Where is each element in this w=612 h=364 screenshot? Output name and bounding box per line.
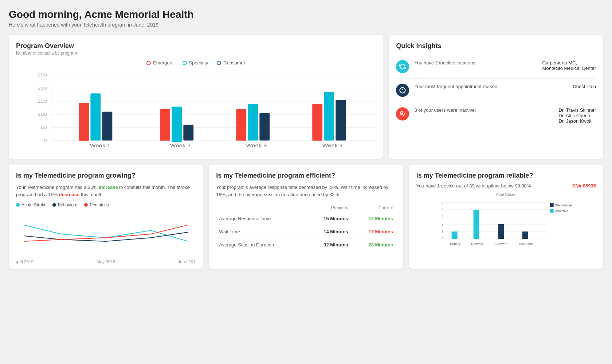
svg-rect-60 bbox=[550, 209, 553, 213]
svg-text:3: 3 bbox=[442, 215, 444, 219]
bar-chart-title: April Cases bbox=[416, 192, 596, 197]
svg-text:Use Error: Use Error bbox=[519, 242, 533, 246]
bar-chart: 250 200 150 100 50 0 Week 1 Week 2 bbox=[16, 71, 376, 151]
insight-item-appointment: Your most frequent appointment reason: C… bbox=[396, 79, 596, 102]
specialty-label: Specialty bbox=[189, 60, 208, 66]
svg-text:Week 2: Week 2 bbox=[170, 143, 191, 148]
col-current: Current bbox=[351, 204, 396, 212]
behavioral-dot bbox=[52, 203, 56, 207]
metric-label: Wait Time bbox=[216, 225, 306, 238]
metrics-table: Previous Current Average Response Time 1… bbox=[216, 204, 396, 251]
insight-locations-label: You have 2 inactive locations: bbox=[414, 60, 537, 66]
svg-rect-22 bbox=[248, 104, 258, 141]
metric-current: 12 Minutes bbox=[351, 212, 396, 225]
svg-text:Week 1: Week 1 bbox=[90, 143, 110, 148]
metric-label: Average Response Time bbox=[216, 212, 306, 225]
acute-stroke-label: Acute Stroke bbox=[21, 202, 47, 207]
table-row: Average Session Duration 32 Minutes 23 M… bbox=[216, 238, 396, 252]
emergent-dot bbox=[146, 61, 151, 65]
consumer-dot bbox=[217, 61, 221, 65]
growing-title: Is my Telemedicine program growing? bbox=[16, 172, 196, 179]
svg-text:Network: Network bbox=[471, 242, 483, 246]
svg-text:May 2019: May 2019 bbox=[97, 260, 115, 264]
refresh-icon bbox=[396, 60, 409, 73]
svg-rect-14 bbox=[90, 93, 101, 141]
svg-rect-54 bbox=[498, 224, 504, 239]
reliable-svg: 5 4 3 2 1 0 Battery Network bbox=[416, 199, 596, 250]
metric-previous: 15 Minutes bbox=[306, 212, 351, 225]
svg-text:250: 250 bbox=[38, 73, 47, 77]
consumer-label: Consumer bbox=[223, 60, 245, 66]
page-subtitle: Here's what happened with your Telehealt… bbox=[9, 22, 603, 28]
svg-rect-17 bbox=[160, 109, 170, 141]
page-title: Good morning, Acme Memorial Health bbox=[9, 9, 603, 20]
svg-rect-50 bbox=[451, 232, 457, 239]
program-overview-subtitle: Number of consults by program bbox=[16, 51, 376, 56]
svg-point-32 bbox=[401, 111, 403, 114]
line-chart: April 2019 May 2019 June 2019 bbox=[16, 210, 196, 261]
svg-rect-13 bbox=[79, 103, 89, 141]
svg-rect-18 bbox=[172, 107, 182, 142]
svg-text:2: 2 bbox=[442, 222, 444, 226]
quick-insights-card: Quick Insights You have 2 inactive locat… bbox=[389, 35, 603, 159]
svg-text:Software: Software bbox=[495, 242, 509, 246]
legend-emergent: Emergent bbox=[146, 60, 173, 66]
svg-text:Proactive: Proactive bbox=[554, 209, 568, 213]
insight-users-value: Dr. Travis SkinnerDr. Alec CherinDr. Jas… bbox=[558, 107, 596, 124]
line-chart-svg: April 2019 May 2019 June 2019 bbox=[16, 210, 196, 265]
chart-legend: Emergent Specialty Consumer bbox=[16, 60, 376, 66]
reliable-text: You have 1 device out of 39 with uptime … bbox=[416, 183, 531, 189]
pediatrics-label: Pediatrics bbox=[90, 202, 109, 207]
svg-rect-19 bbox=[183, 125, 193, 141]
svg-text:Week 4: Week 4 bbox=[322, 143, 343, 148]
growing-text: Your Telemedicine program had a 25% incr… bbox=[16, 184, 196, 198]
increase-highlight: increase bbox=[99, 185, 118, 190]
svg-rect-27 bbox=[336, 100, 346, 141]
svg-rect-25 bbox=[312, 104, 322, 141]
svg-text:June 2019: June 2019 bbox=[178, 260, 196, 264]
growing-card: Is my Telemedicine program growing? Your… bbox=[9, 165, 203, 269]
svg-rect-52 bbox=[473, 210, 479, 239]
svg-rect-23 bbox=[259, 113, 270, 141]
svg-text:0: 0 bbox=[44, 138, 47, 143]
metric-label: Average Session Duration bbox=[216, 238, 306, 252]
svg-rect-15 bbox=[102, 112, 112, 141]
emergent-label: Emergent bbox=[153, 60, 173, 66]
svg-text:50: 50 bbox=[41, 125, 47, 130]
quick-insights-title: Quick Insights bbox=[396, 42, 596, 50]
svg-text:0: 0 bbox=[442, 237, 444, 241]
svg-rect-26 bbox=[324, 92, 334, 141]
svg-text:April 2019: April 2019 bbox=[16, 260, 34, 264]
svg-rect-21 bbox=[236, 109, 246, 141]
legend-specialty: Specialty bbox=[183, 60, 208, 66]
legend-behavioral: Behavioral bbox=[52, 202, 79, 207]
alert-icon bbox=[396, 84, 409, 97]
bar-chart-svg: 250 200 150 100 50 0 Week 1 Week 2 bbox=[31, 71, 376, 151]
specialty-dot bbox=[183, 61, 187, 65]
reliable-header: You have 1 device out of 39 with uptime … bbox=[416, 183, 596, 189]
program-overview-title: Program Overview bbox=[16, 42, 376, 50]
legend-acute-stroke: Acute Stroke bbox=[16, 202, 47, 207]
pediatrics-dot bbox=[84, 203, 88, 207]
legend-pediatrics: Pediatrics bbox=[84, 202, 109, 207]
insight-users-label: 3 of your users were inactive: bbox=[414, 107, 553, 113]
efficient-title: Is my Telemedicine program efficient? bbox=[216, 172, 396, 179]
insight-locations-value: Carpenteria MC,Montecito Medical Center bbox=[542, 60, 596, 71]
reliable-card: Is my Telemedicine program reliable? You… bbox=[409, 165, 603, 269]
metric-previous: 32 Minutes bbox=[306, 238, 351, 252]
table-row: Average Response Time 15 Minutes 12 Minu… bbox=[216, 212, 396, 225]
svg-text:4: 4 bbox=[442, 208, 444, 212]
insight-appointment-label: Your most frequent appointment reason: bbox=[414, 84, 568, 89]
svg-text:Responsive: Responsive bbox=[554, 203, 572, 207]
svg-text:Week 3: Week 3 bbox=[246, 143, 267, 148]
metric-current: 23 Minutes bbox=[351, 238, 396, 252]
reliable-bar-chart: 5 4 3 2 1 0 Battery Network bbox=[416, 199, 596, 250]
program-overview-card: Program Overview Number of consults by p… bbox=[9, 35, 383, 159]
insight-appointment-value: Chest Pain bbox=[573, 84, 596, 89]
metric-previous: 14 Minutes bbox=[306, 225, 351, 238]
line-legend: Acute Stroke Behavioral Pediatrics bbox=[16, 202, 196, 207]
svg-text:1: 1 bbox=[442, 230, 444, 234]
svg-rect-56 bbox=[522, 232, 528, 239]
table-row: Wait Time 14 Minutes 17 Minutes bbox=[216, 225, 396, 238]
col-metric bbox=[216, 204, 306, 212]
